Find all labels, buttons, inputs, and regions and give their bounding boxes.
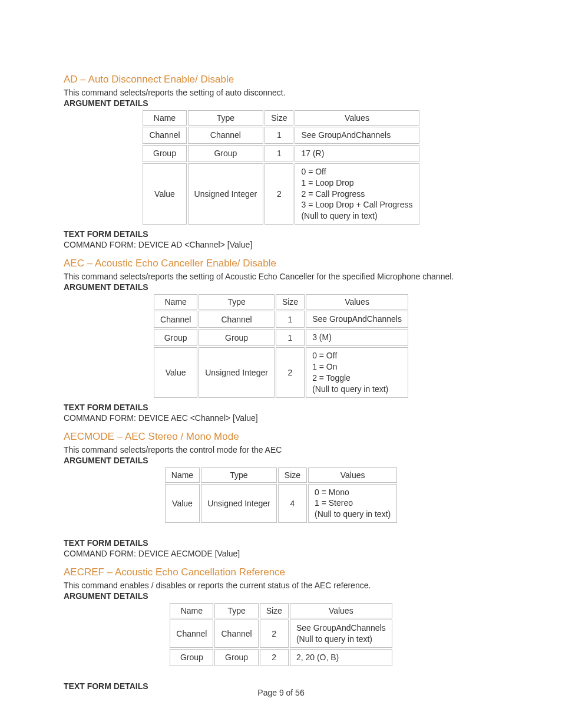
arg-name-cell: Group [143,145,186,162]
table-row: ChannelChannel1See GroupAndChannels [154,311,408,328]
arg-type-cell: Channel [199,311,275,328]
arg-name-cell: Channel [143,127,186,144]
argument-details-label: ARGUMENT DETAILS [64,456,498,465]
arg-type-cell: Channel [214,620,258,648]
table-header-cell: Values [306,294,408,309]
arg-values-cell: 0 = Off 1 = On 2 = Toggle (Null to query… [306,347,408,398]
arguments-table: NameTypeSizeValuesChannelChannel1See Gro… [153,293,409,398]
section-heading: AECMODE – AEC Stereo / Mono Mode [64,431,498,443]
arguments-table: NameTypeSizeValuesChannelChannel1See Gro… [141,109,420,226]
table-header-cell: Name [170,603,213,618]
arg-size-cell: 2 [276,347,305,398]
table-header-cell: Size [276,294,305,309]
table-header-cell: Size [260,603,289,618]
table-header-cell: Name [165,467,200,483]
arg-values-cell: See GroupAndChannels (Null to query in t… [290,620,392,648]
arg-name-cell: Group [154,329,197,346]
arg-values-cell: 2, 20 (O, B) [290,649,392,666]
arg-values-cell: 0 = Mono 1 = Stereo (Null to query in te… [308,484,397,523]
table-row: GroupGroup13 (M) [154,329,408,346]
arg-size-cell: 1 [265,127,293,144]
text-form-details-label: TEXT FORM DETAILS [64,403,498,412]
arg-values-cell: 0 = Off 1 = Loop Drop 2 = Call Progress … [295,163,419,225]
table-row: ChannelChannel2See GroupAndChannels (Nul… [170,620,392,648]
table-header-cell: Name [154,294,197,309]
table-row: ValueUnsigned Integer20 = Off 1 = On 2 =… [154,347,408,398]
arg-size-cell: 2 [260,649,289,666]
page-footer: Page 9 of 56 [0,688,562,697]
arguments-table: NameTypeSizeValuesChannelChannel2See Gro… [168,602,393,667]
table-header-cell: Values [290,603,392,618]
section-description: This command selects/reports the control… [64,445,498,454]
arg-size-cell: 2 [265,163,293,225]
text-form-details-label: TEXT FORM DETAILS [64,229,498,239]
arg-values-cell: See GroupAndChannels [306,311,408,328]
command-form-line: COMMAND FORM: DEVICE AD <Channel> [Value… [64,240,498,249]
table-row: ValueUnsigned Integer40 = Mono 1 = Stere… [165,484,397,523]
arg-values-cell: 17 (R) [295,145,419,162]
arg-size-cell: 2 [260,620,289,648]
table-header-cell: Size [265,110,293,126]
table-header-cell: Type [214,603,258,618]
arg-type-cell: Unsigned Integer [201,484,277,523]
table-header-cell: Size [278,467,307,483]
argument-details-label: ARGUMENT DETAILS [64,591,498,601]
table-row: GroupGroup22, 20 (O, B) [170,649,392,666]
arg-size-cell: 1 [265,145,293,162]
arg-type-cell: Group [214,649,258,666]
table-header-cell: Values [295,110,419,126]
section-description: This command selects/reports the setting… [64,272,498,281]
section-description: This command enables / disables or repor… [64,581,498,590]
section-heading: AD – Auto Disconnect Enable/ Disable [64,74,498,85]
arg-name-cell: Value [143,163,186,225]
arg-name-cell: Channel [170,620,213,648]
table-header-cell: Values [308,467,397,483]
arguments-table: NameTypeSizeValuesValueUnsigned Integer4… [164,466,398,525]
document-page: AD – Auto Disconnect Enable/ DisableThis… [0,0,562,728]
section-description: This command selects/reports the setting… [64,88,498,97]
command-section: AECREF – Acoustic Echo Cancellation Refe… [64,566,498,691]
arg-type-cell: Unsigned Integer [188,163,264,225]
table-header-cell: Type [201,467,277,483]
arg-name-cell: Value [165,484,200,523]
arg-values-cell: 3 (M) [306,329,408,346]
arg-type-cell: Group [188,145,264,162]
arg-name-cell: Group [170,649,213,666]
argument-details-label: ARGUMENT DETAILS [64,98,498,108]
arg-values-cell: See GroupAndChannels [295,127,419,144]
arg-size-cell: 1 [276,329,305,346]
text-form-details-label: TEXT FORM DETAILS [64,538,498,548]
table-row: GroupGroup117 (R) [143,145,419,162]
section-heading: AECREF – Acoustic Echo Cancellation Refe… [64,566,498,578]
arg-type-cell: Channel [188,127,264,144]
arg-type-cell: Group [199,329,275,346]
argument-details-label: ARGUMENT DETAILS [64,282,498,292]
table-header-cell: Type [188,110,264,126]
arg-type-cell: Unsigned Integer [199,347,275,398]
command-section: AECMODE – AEC Stereo / Mono ModeThis com… [64,431,498,559]
command-section: AEC – Acoustic Echo Canceller Enable/ Di… [64,258,498,422]
table-row: ChannelChannel1See GroupAndChannels [143,127,419,144]
table-row: ValueUnsigned Integer20 = Off 1 = Loop D… [143,163,419,225]
arg-name-cell: Value [154,347,197,398]
command-form-line: COMMAND FORM: DEVICE AECMODE [Value] [64,549,498,558]
section-heading: AEC – Acoustic Echo Canceller Enable/ Di… [64,258,498,269]
arg-size-cell: 4 [278,484,307,523]
arg-name-cell: Channel [154,311,197,328]
table-header-cell: Type [199,294,275,309]
table-header-cell: Name [143,110,186,126]
arg-size-cell: 1 [276,311,305,328]
command-form-line: COMMAND FORM: DEVICE AEC <Channel> [Valu… [64,413,498,423]
command-section: AD – Auto Disconnect Enable/ DisableThis… [64,74,498,249]
